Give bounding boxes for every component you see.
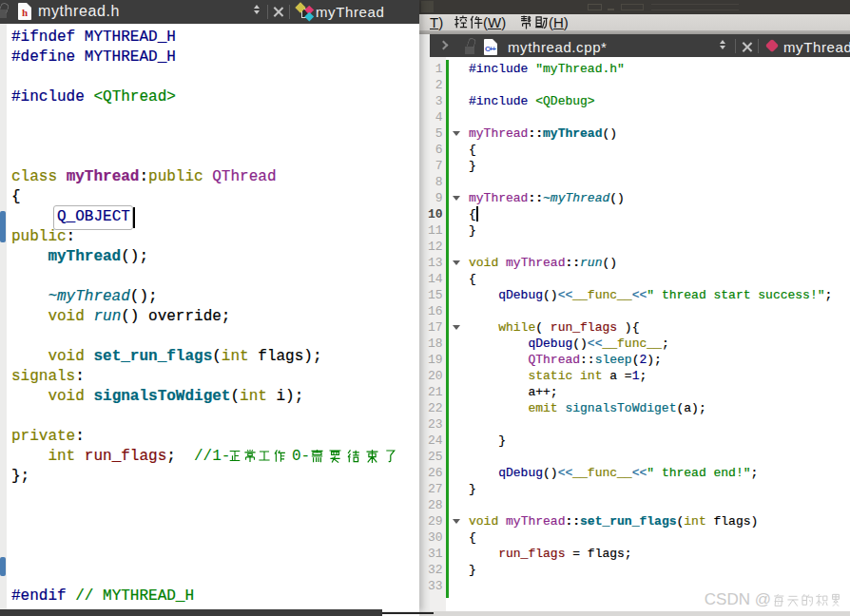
svg-text:C++: C++ — [485, 45, 496, 53]
